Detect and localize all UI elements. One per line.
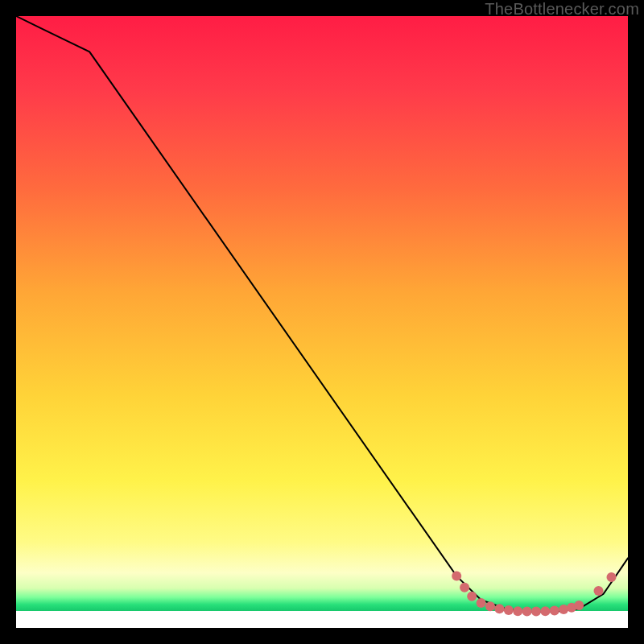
curve-markers [452, 572, 616, 617]
curve-marker [607, 572, 617, 582]
curve-marker [522, 607, 532, 617]
curve-marker [485, 601, 495, 611]
curve-layer [16, 16, 628, 628]
curve-marker [594, 586, 604, 596]
curve-marker [550, 606, 559, 616]
curve-marker [452, 572, 461, 581]
plot-area [16, 16, 628, 628]
curve-marker [467, 592, 477, 601]
curve-marker [531, 607, 541, 617]
curve-marker [494, 604, 504, 613]
bottleneck-curve [16, 16, 628, 612]
watermark-text: TheBottlenecker.com [485, 0, 639, 19]
curve-marker [540, 606, 550, 616]
chart-stage: TheBottlenecker.com [0, 0, 644, 644]
curve-marker [504, 605, 514, 615]
curve-marker [460, 583, 469, 592]
curve-marker [477, 598, 486, 608]
curve-marker [513, 606, 522, 616]
curve-marker [559, 605, 568, 614]
curve-marker [574, 601, 584, 610]
